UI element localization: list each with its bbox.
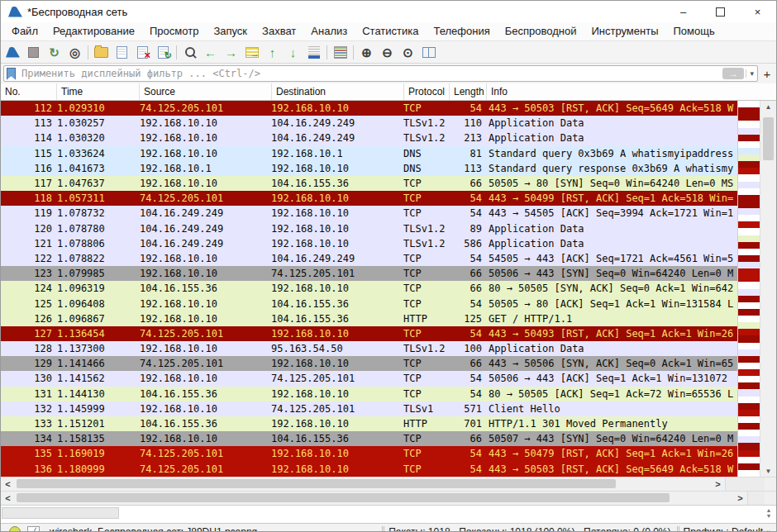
collapsed-pane-thumb[interactable] (2, 507, 119, 519)
packet-minimap[interactable] (737, 101, 760, 477)
packet-row[interactable]: 1201.078780104.16.249.249192.168.10.10TL… (1, 221, 737, 236)
filter-add-button[interactable]: + (760, 67, 774, 81)
hscroll1-left-icon[interactable]: < (1, 477, 15, 491)
packet-row[interactable]: 1121.02931074.125.205.101192.168.10.10TC… (1, 101, 737, 116)
hscroll1-thumb[interactable] (17, 479, 616, 488)
go-to-packet-button[interactable] (241, 43, 262, 61)
toolbar-separator (176, 45, 177, 59)
packet-row[interactable]: 1271.13645474.125.205.101192.168.10.10TC… (1, 326, 737, 341)
packet-row[interactable]: 1241.096319104.16.155.36192.168.10.10TCP… (1, 281, 737, 296)
packet-row[interactable]: 1361.18099974.125.205.101192.168.10.10TC… (1, 462, 737, 477)
packet-row[interactable]: 1311.144130104.16.155.36192.168.10.10TCP… (1, 387, 737, 401)
hscroll1-track[interactable] (15, 477, 711, 491)
vertical-scroll-thumb[interactable] (763, 117, 774, 160)
close-button[interactable]: × (739, 1, 776, 22)
cell-no: 124 (1, 283, 52, 294)
go-back-icon: ← (204, 46, 217, 59)
packet-row[interactable]: 1301.141562192.168.10.1074.125.205.101TC… (1, 371, 737, 386)
cell-time: 1.030320 (52, 132, 135, 144)
packet-row[interactable]: 1211.078806104.16.249.249192.168.10.10TL… (1, 236, 737, 251)
zoom-in-button[interactable]: ⊕ (356, 43, 377, 61)
reload-file-button[interactable] (153, 43, 174, 61)
packet-row[interactable]: 1331.151201104.16.155.36192.168.10.10HTT… (1, 416, 737, 431)
cell-info: Application Data (482, 238, 737, 249)
packet-row[interactable]: 1281.137300192.168.10.1095.163.54.50TLSv… (1, 341, 737, 356)
scroll-down-icon[interactable]: ▼ (760, 465, 776, 477)
menu-help[interactable]: Помощь (666, 22, 722, 40)
menu-tools[interactable]: Инструменты (584, 22, 665, 40)
pane-spinner[interactable]: ▲▼ (761, 506, 776, 519)
resize-columns-button[interactable] (418, 43, 439, 61)
packet-row[interactable]: 1151.033624192.168.10.10192.168.10.1DNS8… (1, 146, 737, 161)
packet-row[interactable]: 1291.14146674.125.205.101192.168.10.10TC… (1, 356, 737, 371)
packet-row[interactable]: 1161.041673192.168.10.1192.168.10.10DNS1… (1, 161, 737, 176)
vertical-scrollbar[interactable]: ▲ ▼ (760, 101, 776, 477)
packet-row[interactable]: 1131.030257192.168.10.10104.16.249.249TL… (1, 116, 737, 131)
scroll-up-icon[interactable]: ▲ (760, 101, 776, 112)
column-header-info[interactable]: Info (487, 83, 776, 100)
hscroll1-right-icon[interactable]: > (711, 477, 725, 491)
menu-edit[interactable]: Редактирование (45, 22, 142, 40)
go-back-button[interactable]: ← (200, 43, 221, 61)
colorize-packets-button[interactable] (330, 43, 350, 61)
hscroll2-left-icon[interactable]: < (1, 492, 15, 505)
packet-row[interactable]: 1341.158135192.168.10.10104.16.155.36TCP… (1, 431, 737, 446)
go-last-button[interactable]: ↓ (283, 43, 303, 61)
capture-options-button[interactable]: ◎ (64, 43, 85, 61)
column-header-length[interactable]: Length (450, 83, 487, 100)
spinner-up-icon[interactable]: ▲ (766, 507, 772, 513)
packet-row[interactable]: 1141.030320192.168.10.10104.16.249.249TL… (1, 131, 737, 145)
go-first-button[interactable]: ↑ (262, 43, 283, 61)
menu-telephony[interactable]: Телефония (426, 22, 497, 40)
open-file-button[interactable] (91, 43, 112, 61)
column-header-time[interactable]: Time (57, 83, 140, 100)
packet-row[interactable]: 1181.05731174.125.205.101192.168.10.10TC… (1, 191, 737, 206)
resize-grip-icon[interactable]: .. . (766, 527, 773, 532)
packet-row[interactable]: 1351.16901974.125.205.101192.168.10.10TC… (1, 446, 737, 461)
packet-row[interactable]: 1321.145999192.168.10.1074.125.205.101TL… (1, 401, 737, 416)
zoom-original-button[interactable]: ⊙ (398, 43, 418, 61)
filter-dropdown-button[interactable]: ▾ (746, 69, 757, 78)
start-capture-button[interactable] (2, 43, 23, 61)
go-forward-button[interactable]: → (221, 43, 241, 61)
zoom-out-button[interactable]: ⊖ (377, 43, 398, 61)
column-header-protocol[interactable]: Protocol (404, 83, 450, 100)
auto-scroll-button[interactable] (303, 43, 324, 61)
menu-analyze[interactable]: Анализ (303, 22, 355, 40)
expert-info-icon[interactable] (9, 526, 21, 532)
save-file-button[interactable] (112, 43, 132, 61)
stop-capture-button[interactable] (23, 43, 44, 61)
spinner-down-icon[interactable]: ▼ (766, 513, 772, 519)
menu-statistics[interactable]: Статистика (355, 22, 426, 40)
packet-row[interactable]: 1171.047637192.168.10.10104.16.155.36TCP… (1, 176, 737, 191)
packet-row[interactable]: 1261.096867192.168.10.10104.16.155.36HTT… (1, 311, 737, 326)
menu-go[interactable]: Запуск (206, 22, 255, 40)
cell-dst: 192.168.10.10 (267, 418, 399, 430)
hscroll2-thumb[interactable] (17, 493, 670, 502)
packet-row[interactable]: 1221.078822192.168.10.10104.16.249.249TC… (1, 251, 737, 266)
filter-bookmark-icon[interactable] (7, 68, 16, 80)
menu-view[interactable]: Просмотр (142, 22, 206, 40)
packet-row[interactable]: 1231.079985192.168.10.1074.125.205.101TC… (1, 266, 737, 281)
restart-capture-button[interactable]: ↻ (44, 43, 64, 61)
minimize-button[interactable]: – (665, 1, 702, 22)
menu-file[interactable]: Файл (4, 22, 45, 40)
menu-wireless[interactable]: Беспроводной (498, 22, 584, 40)
find-packet-button[interactable] (179, 43, 200, 61)
display-filter-input[interactable] (20, 66, 722, 81)
packet-row[interactable]: 1251.096408192.168.10.10104.16.155.36TCP… (1, 296, 737, 311)
profile-label[interactable]: Профиль: Default (684, 526, 764, 532)
hscroll2-right-icon[interactable]: > (733, 492, 747, 505)
packet-row[interactable]: 1191.078732104.16.249.249192.168.10.10TC… (1, 206, 737, 221)
column-header-no[interactable]: No. (1, 83, 57, 100)
close-file-button[interactable] (132, 43, 153, 61)
filter-apply-button[interactable]: → (722, 68, 744, 79)
hscroll2-track[interactable] (15, 492, 733, 505)
cell-info: 443 → 50479 [RST, ACK] Seq=1 Ack=1 Win=2… (482, 448, 737, 459)
title-bar: *Беспроводная сеть – × (1, 1, 776, 22)
maximize-button[interactable] (702, 1, 739, 22)
menu-capture[interactable]: Захват (255, 22, 303, 40)
capture-comment-icon[interactable]: ╱ (27, 526, 40, 532)
column-header-destination[interactable]: Destination (272, 83, 404, 100)
column-header-source[interactable]: Source (140, 83, 272, 100)
